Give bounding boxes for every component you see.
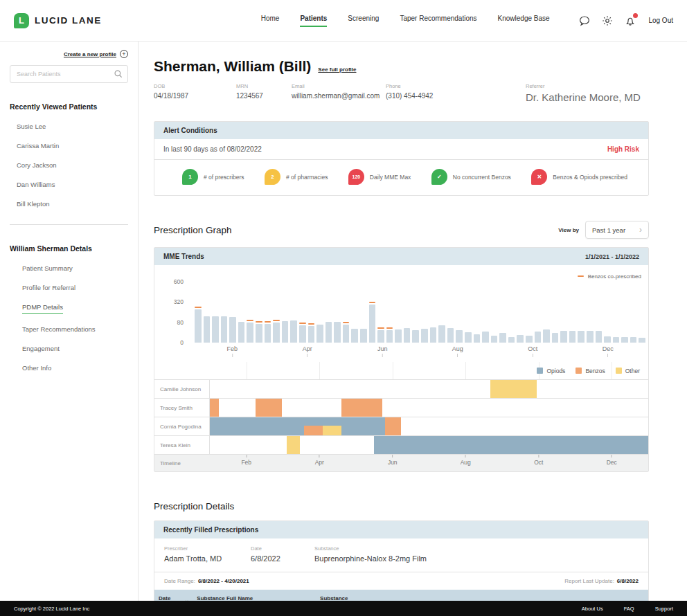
alert-badges-row: 1# of prescribers2# of pharmacies120Dail… (154, 160, 648, 195)
prescriber-name: Cornia Pogodina (154, 417, 210, 435)
mme-bar (560, 331, 567, 343)
view-by-label: View by (558, 227, 579, 233)
main-nav: HomePatientsScreeningTaper Recommendatio… (261, 15, 550, 27)
rx-bar-opiods (374, 436, 648, 454)
prescription-details-title: Prescription Details (154, 501, 234, 511)
chat-icon[interactable] (578, 15, 591, 27)
bar (229, 317, 236, 343)
nav-taper-recommendations[interactable]: Taper Recommendations (400, 15, 476, 27)
mme-bar (526, 336, 533, 343)
nav-screening[interactable]: Screening (348, 15, 379, 27)
mme-bar (604, 336, 611, 343)
y-tick-80: 80 (177, 319, 184, 326)
alert-badge-benzos-opiods-prescribed: ✕Benzos & Opiods prescribed (531, 169, 627, 185)
prescriber-name: Teresa Klein (154, 436, 210, 454)
badge-label: Daily MME Max (370, 174, 411, 181)
mme-bar (482, 332, 489, 343)
search-icon (114, 69, 123, 79)
sidebar-item-profile-for-referral[interactable]: Profile for Referral (10, 284, 128, 291)
sidebar-item-other-info[interactable]: Other Info (10, 364, 128, 372)
benzo-co-prescribed-marker (247, 320, 253, 321)
bar (395, 329, 402, 343)
rx-bar-other (323, 426, 341, 435)
search-patients-input[interactable] (10, 65, 128, 83)
sidebar-item-taper-recommendations[interactable]: Taper Recommendations (10, 325, 128, 333)
see-full-profile-link[interactable]: See full profile (318, 66, 356, 73)
patient-field-dob: DOB04/18/1987 (154, 83, 236, 103)
gear-icon[interactable] (601, 15, 614, 27)
mme-trends-panel: MME Trends 1/1/2021 - 1/1/2022 Benzos co… (154, 247, 649, 472)
x-tick-apr: Apr (303, 345, 312, 357)
patient-details-nav: Patient SummaryProfile for ReferralPDMP … (10, 264, 128, 372)
nav-patients[interactable]: Patients (300, 15, 327, 27)
recent-patients-list: Susie LeeCarissa MartinCory JacksonDan W… (10, 123, 128, 208)
rx-field-prescriber: PrescriberAdam Trotta, MD (164, 545, 251, 563)
gantt-legend: OpiodsBenzosOther (537, 368, 640, 374)
recent-patient-bill-klepton[interactable]: Bill Klepton (10, 200, 128, 208)
legend-label: Other (625, 368, 640, 374)
bar (474, 334, 481, 343)
alert-badge-of-pharmacies: 2# of pharmacies (265, 169, 328, 185)
bar (290, 320, 297, 343)
timeline-row-cornia-pogodina: Cornia Pogodina (154, 417, 648, 436)
sidebar-item-pdmp-details[interactable]: PDMP Details (10, 303, 128, 314)
mme-bar (552, 333, 559, 343)
nav-home[interactable]: Home (261, 15, 280, 27)
recently-filled-header: Recently Filled Prescriptions (154, 521, 648, 538)
bar (299, 325, 306, 343)
logout-button[interactable]: Log Out (648, 17, 673, 24)
bar (204, 316, 211, 343)
bar (499, 333, 506, 343)
footer-link-about-us[interactable]: About Us (582, 606, 603, 612)
badge-label: No concurrent Benzos (453, 174, 511, 181)
view-by-dropdown[interactable]: Past 1 year › (585, 221, 649, 239)
recent-patient-cory-jackson[interactable]: Cory Jackson (10, 161, 128, 169)
bar (325, 322, 332, 343)
bar (273, 323, 280, 343)
x-tick-oct: Oct (528, 345, 537, 357)
mme-bar (290, 320, 297, 343)
create-profile-link[interactable]: Create a new profile (64, 51, 116, 57)
bar (430, 327, 437, 343)
alert-badge-of-prescribers: 1# of prescribers (182, 169, 244, 185)
sidebar-item-engagement[interactable]: Engagement (10, 345, 128, 352)
mme-bar (360, 329, 367, 343)
bar (256, 324, 262, 343)
mme-bar (308, 323, 315, 343)
mme-bar (535, 332, 542, 343)
bar (438, 325, 445, 343)
mme-bar (395, 329, 402, 343)
mme-bar (369, 302, 376, 343)
mme-bar (404, 328, 411, 343)
badge-value: 120 (348, 169, 364, 185)
bar (596, 331, 603, 343)
recent-patient-dan-williams[interactable]: Dan Williams (10, 181, 128, 188)
lucid-lane-logo[interactable]: L LUCID LANE (14, 13, 102, 28)
rx-field-date: Date6/8/2022 (251, 545, 314, 563)
bar (238, 322, 245, 343)
prescriber-name: Tracey Smith (154, 399, 210, 417)
bell-icon[interactable] (624, 15, 636, 27)
mme-bar (569, 331, 576, 343)
recent-patient-susie-lee[interactable]: Susie Lee (10, 123, 128, 130)
copyright-text: Copyright © 2022 Lucid Lane Inc (14, 606, 89, 612)
plus-circle-icon[interactable]: + (120, 50, 128, 58)
patient-fields: DOB04/18/1987MRN1234567Emailwilliam.sher… (154, 83, 649, 103)
footer-link-faq[interactable]: FAQ (624, 606, 634, 612)
mme-date-range: 1/1/2021 - 1/1/2022 (585, 253, 639, 260)
recent-patient-carissa-martin[interactable]: Carissa Martin (10, 142, 128, 150)
patient-details-heading: William Sherman Detals (10, 244, 128, 253)
bar (308, 326, 315, 343)
footer-link-support[interactable]: Support (655, 606, 673, 612)
alert-period: In last 90 days as of 08/02/2022 (163, 145, 262, 153)
timeline-tick-apr: Apr (315, 455, 324, 466)
month-gridline (247, 362, 247, 379)
bar (369, 305, 376, 343)
mme-bar (517, 335, 524, 343)
bar (212, 316, 219, 343)
mme-bar (491, 336, 498, 343)
sidebar-item-patient-summary[interactable]: Patient Summary (10, 264, 128, 272)
bar (247, 323, 253, 343)
nav-knowledge-base[interactable]: Knowledge Base (498, 15, 550, 27)
month-gridline (319, 362, 320, 379)
